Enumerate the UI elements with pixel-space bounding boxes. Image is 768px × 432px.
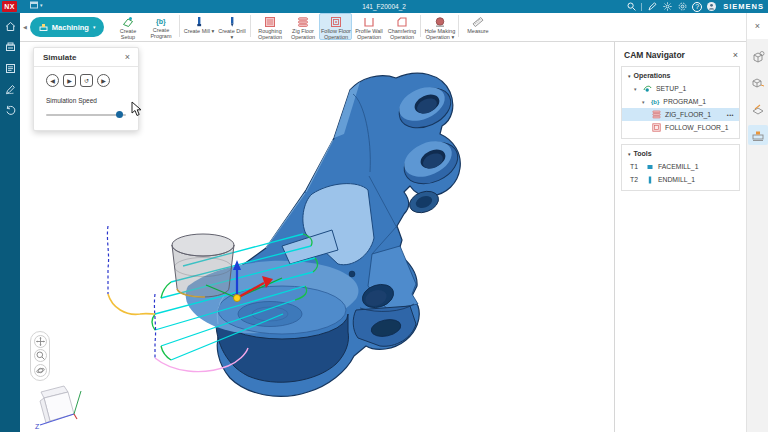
ribbon-collapse-icon[interactable]: ◀ — [23, 24, 27, 30]
create-mill-icon — [193, 16, 205, 28]
caret-down-icon: ▾ — [628, 73, 631, 79]
tools-tree: ▾ Tools T1 FACEMILL_1 T2 ENDMILL_1 — [621, 144, 740, 191]
roughing-operation-icon — [264, 16, 276, 28]
simulate-panel: Simulate × ◀ ▶ ↺ ▶ Simulation Speed — [33, 47, 139, 131]
tree-row-tool-1[interactable]: T1 FACEMILL_1 — [622, 160, 739, 173]
ribbon-item-create-mill[interactable]: Create Mill ▾ — [182, 13, 215, 40]
tree-row-tool-2[interactable]: T2 ENDMILL_1 — [622, 173, 739, 186]
tools-section-header[interactable]: ▾ Tools — [622, 148, 739, 160]
machining-icon — [39, 23, 48, 32]
tree-row-zig-floor[interactable]: ZIG_FLOOR_1 ••• — [622, 108, 739, 121]
caret-down-icon: ▾ — [628, 151, 631, 157]
markup-icon[interactable] — [4, 83, 16, 95]
close-icon[interactable]: × — [125, 53, 130, 62]
machine-icon[interactable] — [4, 41, 16, 53]
search-icon[interactable] — [626, 2, 636, 12]
operations-tree: ▾ Operations ▾ SETUP_1 ▾ {b} PROGRAM_1 Z… — [621, 66, 740, 139]
pan-button[interactable] — [34, 335, 47, 348]
ribbon-item-create-drill[interactable]: Create Drill ▾ — [215, 13, 248, 40]
simulation-speed-label: Simulation Speed — [46, 97, 138, 104]
divider — [641, 3, 642, 11]
mouse-cursor — [131, 101, 143, 117]
settings-icon[interactable] — [662, 2, 672, 12]
tree-row-follow-floor[interactable]: FOLLOW_FLOOR_1 — [622, 121, 739, 134]
chamfering-operation-icon — [396, 16, 408, 28]
part-model — [186, 73, 465, 396]
tool-cylinder — [172, 234, 234, 297]
graphics-viewport[interactable]: Z Simulate × ◀ ▶ ↺ ▶ Simulation Speed — [20, 42, 614, 432]
tree-row-setup[interactable]: ▾ SETUP_1 — [622, 82, 739, 95]
help-icon[interactable]: ? — [692, 2, 702, 12]
view-cube[interactable]: Z — [34, 384, 86, 432]
assemblies-icon[interactable] — [748, 73, 768, 93]
close-icon[interactable]: × — [755, 21, 760, 31]
ribbon-item-create-program[interactable]: {b} Create Program — [144, 13, 177, 40]
zoom-button[interactable] — [34, 349, 47, 362]
step-forward-button[interactable]: ▶ — [97, 74, 110, 87]
hole-making-operation-icon — [434, 16, 446, 28]
titlebar: NX ▾ 141_F20004_2 ? SIEMENS — [0, 0, 768, 13]
play-to-next-button[interactable]: ▶ — [63, 74, 76, 87]
ribbon-item-create-setup[interactable]: Create Setup — [111, 13, 144, 40]
divider — [179, 15, 180, 37]
machining-tab[interactable]: Machining ▾ — [30, 17, 105, 37]
zig-floor-operation-icon — [297, 16, 309, 28]
program-icon: {b} — [651, 99, 659, 105]
cam-navigator-icon[interactable] — [748, 125, 768, 145]
ribbon-item-chamfering-operation[interactable]: Chamfering Operation — [385, 13, 418, 40]
divider — [420, 15, 421, 37]
ribbon-items: Create Setup {b} Create Program Create M… — [111, 13, 494, 41]
ribbon-item-measure[interactable]: Measure — [461, 13, 494, 40]
cam-navigator-panel: CAM Navigator × ▾ Operations ▾ SETUP_1 ▾… — [614, 42, 746, 432]
ribbon-item-hole-making-operation[interactable]: Hole Making Operation ▾ — [423, 13, 456, 40]
preferences-icon[interactable] — [677, 2, 687, 12]
section-plane-icon[interactable] — [748, 99, 768, 119]
more-menu-icon[interactable]: ••• — [727, 112, 734, 118]
divider — [458, 15, 459, 37]
home-icon[interactable] — [4, 20, 16, 32]
nx-app-window: NX ▾ 141_F20004_2 ? SIEMENS — [0, 0, 768, 432]
slider-track — [46, 114, 126, 116]
ribbon-item-roughing-operation[interactable]: Roughing Operation — [253, 13, 286, 40]
cam-navigator-title: CAM Navigator — [624, 50, 685, 60]
chevron-down-icon: ▾ — [93, 24, 96, 30]
create-drill-icon — [226, 16, 238, 28]
caret-down-icon[interactable]: ▾ — [634, 86, 639, 92]
measure-icon — [472, 16, 484, 28]
view-nav-cluster — [30, 331, 50, 381]
ribbon: ◀ Machining ▾ Create Setup {b} Create Pr… — [20, 13, 746, 42]
divider — [250, 15, 251, 37]
feedback-icon[interactable] — [647, 2, 657, 12]
tree-row-program[interactable]: ▾ {b} PROGRAM_1 — [622, 95, 739, 108]
follow-floor-icon — [652, 123, 661, 132]
profile-wall-operation-icon — [363, 16, 375, 28]
machining-tab-label: Machining — [52, 23, 89, 32]
endmill-icon — [646, 176, 654, 184]
simulation-speed-slider[interactable] — [46, 111, 126, 118]
create-program-icon: {b} — [156, 16, 166, 27]
view-cube-icon[interactable] — [748, 47, 768, 67]
ribbon-item-follow-floor-operation[interactable]: Follow Floor Operation — [319, 13, 352, 40]
zig-floor-icon — [652, 110, 661, 119]
reset-button[interactable]: ↺ — [80, 74, 93, 87]
ribbon-item-profile-wall-operation[interactable]: Profile Wall Operation — [352, 13, 385, 40]
worklist-icon[interactable] — [4, 62, 16, 74]
divider — [34, 66, 138, 67]
left-toolbar — [0, 13, 20, 432]
simulation-speed-knob[interactable] — [116, 111, 123, 118]
step-back-button[interactable]: ◀ — [46, 74, 59, 87]
operations-section-header[interactable]: ▾ Operations — [622, 70, 739, 82]
close-icon[interactable]: × — [733, 51, 738, 60]
create-setup-icon — [122, 16, 134, 28]
siemens-logo: SIEMENS — [723, 2, 764, 11]
orbit-button[interactable] — [34, 364, 47, 377]
simulate-panel-title: Simulate — [43, 53, 76, 62]
avatar[interactable] — [707, 2, 716, 11]
caret-down-icon[interactable]: ▾ — [642, 99, 647, 105]
setup-icon — [643, 84, 652, 93]
undo-icon[interactable] — [4, 104, 16, 116]
follow-floor-operation-icon — [330, 16, 342, 28]
viewcube-z-label: Z — [35, 423, 40, 430]
facemill-icon — [646, 163, 654, 171]
ribbon-item-zig-floor-operation[interactable]: Zig Floor Operation — [286, 13, 319, 40]
